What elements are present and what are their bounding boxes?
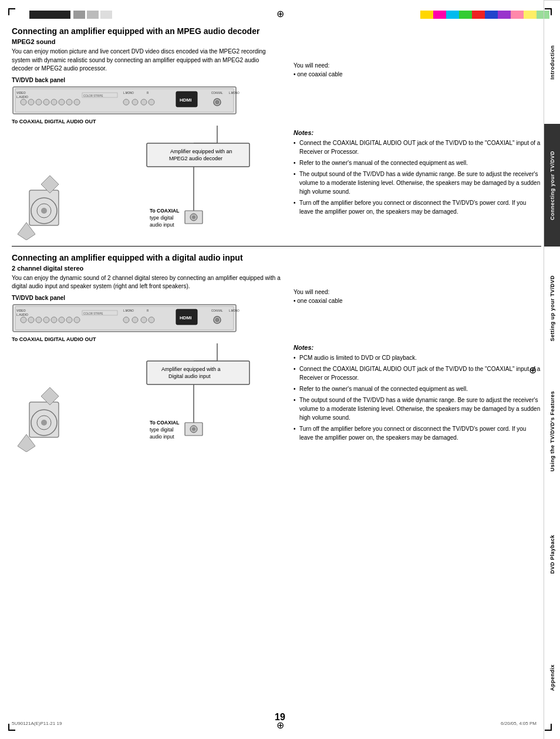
svg-point-69	[215, 318, 219, 322]
section1-spacer	[294, 26, 541, 61]
crosshair-top: ⊕	[276, 8, 284, 19]
top-left-black-rect	[29, 11, 70, 19]
section2-coaxial-label: To COAXIAL DIGITAL AUDIO OUT	[12, 336, 282, 342]
section1: Connecting an amplifier equipped with an…	[12, 26, 541, 240]
svg-point-36	[192, 215, 195, 219]
sidebar-label-setting-up: Setting up your TV/DVD	[549, 275, 555, 342]
svg-point-81	[192, 427, 195, 431]
section2-connection-svg: Amplifier equipped with a Digital audio …	[12, 343, 258, 452]
section2-note-4: The output sound of the TV/DVD has a wid…	[294, 396, 541, 422]
sidebar-section-using: Using the TV/DVD's Features	[544, 370, 560, 493]
svg-text:Amplifier equipped with a: Amplifier equipped with a	[161, 366, 221, 372]
sidebar-section-setting-up: Setting up your TV/DVD	[544, 247, 560, 370]
svg-point-61	[132, 317, 138, 323]
svg-text:L.MONO: L.MONO	[229, 309, 239, 312]
svg-point-88	[41, 420, 47, 426]
section1-body: You can enjoy motion picture and live co…	[12, 48, 282, 73]
section1-notes-title: Notes:	[294, 129, 541, 136]
section2-left-col: Connecting an amplifier equipped with a …	[12, 252, 282, 452]
section2-notes-title: Notes:	[294, 344, 541, 351]
section2-notes-spacer	[294, 309, 541, 344]
svg-point-5	[28, 99, 34, 105]
section2-note-1: PCM audio is limited to DVD or CD playba…	[294, 353, 541, 362]
svg-text:Digital audio input: Digital audio input	[168, 373, 211, 379]
svg-point-10	[66, 99, 72, 105]
section2-body: You can enjoy the dynamic sound of 2 cha…	[12, 274, 282, 291]
section1-notes-spacer	[294, 82, 541, 129]
color-yellow	[420, 11, 433, 19]
section1-subtitle: MPEG2 sound	[12, 38, 282, 45]
section2: Connecting an amplifier equipped with a …	[12, 252, 541, 452]
section1-coaxial-label: To COAXIAL DIGITAL AUDIO OUT	[12, 119, 282, 124]
svg-text:L.MONO: L.MONO	[229, 92, 239, 95]
sidebar-section-introduction: Introduction	[544, 0, 560, 124]
svg-point-60	[123, 317, 129, 323]
section1-note-3: The output sound of the TV/DVD has a wid…	[294, 170, 541, 196]
section-divider	[12, 246, 541, 247]
section1-notes-list: Connect the COAXIAL DIGITAL AUDIO OUT ja…	[294, 139, 541, 216]
sidebar-label-dvd-playback: DVD Playback	[549, 535, 555, 574]
svg-text:VIDEO: VIDEO	[16, 91, 26, 95]
main-content: Connecting an amplifier equipped with an…	[12, 26, 541, 713]
section2-panel-label: TV/DVD back panel	[12, 295, 282, 301]
color-light-yellow	[524, 11, 537, 19]
section1-title: Connecting an amplifier equipped with an…	[12, 26, 282, 36]
svg-rect-30	[147, 143, 249, 167]
section2-note-2: Connect the COAXIAL DIGITAL AUDIO OUT ja…	[294, 365, 541, 382]
svg-text:To COAXIAL: To COAXIAL	[150, 208, 179, 214]
svg-text:HDMI: HDMI	[180, 315, 191, 320]
section2-two-col: Connecting an amplifier equipped with a …	[12, 252, 541, 452]
sidebar-label-using: Using the TV/DVD's Features	[549, 391, 555, 471]
svg-text:VIDEO: VIDEO	[16, 309, 26, 312]
svg-text:audio input: audio input	[150, 222, 174, 228]
svg-point-17	[141, 99, 147, 105]
svg-point-53	[43, 317, 49, 323]
svg-text:type digital: type digital	[150, 215, 174, 221]
svg-point-56	[66, 317, 72, 323]
sidebar-section-appendix: Appendix	[544, 616, 560, 739]
sidebar-section-connecting: Connecting your TV/DVD	[544, 124, 560, 247]
svg-text:L.AUDIO: L.AUDIO	[16, 313, 28, 316]
section2-you-need: You will need: • one coaxial cable	[294, 288, 541, 305]
color-blue	[485, 11, 498, 19]
corner-mark-tl	[8, 8, 15, 15]
svg-point-7	[43, 99, 49, 105]
color-green	[459, 11, 472, 19]
svg-text:L.AUDIO: L.AUDIO	[16, 95, 28, 99]
svg-point-64	[149, 317, 154, 323]
section2-tv-panel-svg: VIDEO L.AUDIO COLOR STRIPE L.MONO	[12, 303, 258, 335]
svg-point-15	[132, 99, 138, 105]
section2-title: Connecting an amplifier equipped with a …	[12, 252, 282, 263]
color-pink	[511, 11, 524, 19]
svg-text:To COAXIAL: To COAXIAL	[150, 420, 179, 426]
top-left-gray3	[100, 11, 112, 19]
section1-note-4: Turn off the amplifier before you connec…	[294, 198, 541, 216]
section2-note-5: Turn off the amplifier before you connec…	[294, 424, 541, 442]
top-left-gray2	[87, 11, 99, 19]
color-purple	[498, 11, 511, 19]
svg-point-14	[123, 99, 129, 105]
svg-point-50	[21, 317, 26, 323]
sidebar-label-connecting: Connecting your TV/DVD	[549, 151, 555, 220]
svg-text:COLOR STRIPE: COLOR STRIPE	[83, 95, 103, 97]
right-sidebar: Introduction Connecting your TV/DVD Sett…	[544, 0, 560, 739]
svg-point-57	[74, 317, 80, 323]
svg-text:MPEG2 audio decoder: MPEG2 audio decoder	[169, 156, 222, 161]
svg-point-55	[59, 317, 65, 323]
svg-text:COAXIAL: COAXIAL	[211, 92, 223, 95]
section1-left-col: Connecting an amplifier equipped with an…	[12, 26, 282, 240]
section2-right-col: You will need: • one coaxial cable Notes…	[294, 252, 541, 452]
footer-right: 6/20/05, 4:05 PM	[501, 721, 537, 726]
svg-point-52	[36, 317, 42, 323]
section1-connection-svg: Amplifier equipped with an MPEG2 audio d…	[12, 126, 258, 240]
section1-two-col: Connecting an amplifier equipped with an…	[12, 26, 541, 240]
svg-point-11	[74, 99, 80, 105]
footer-left: 5U90121A(E)P11-21 19	[12, 721, 62, 726]
section1-right-col: You will need: • one coaxial cable Notes…	[294, 26, 541, 240]
svg-point-9	[59, 99, 65, 105]
page-number: 19	[275, 712, 285, 723]
color-bar-top	[420, 11, 549, 19]
svg-point-6	[36, 99, 42, 105]
color-cyan	[446, 11, 459, 19]
svg-text:type digital: type digital	[150, 427, 174, 433]
